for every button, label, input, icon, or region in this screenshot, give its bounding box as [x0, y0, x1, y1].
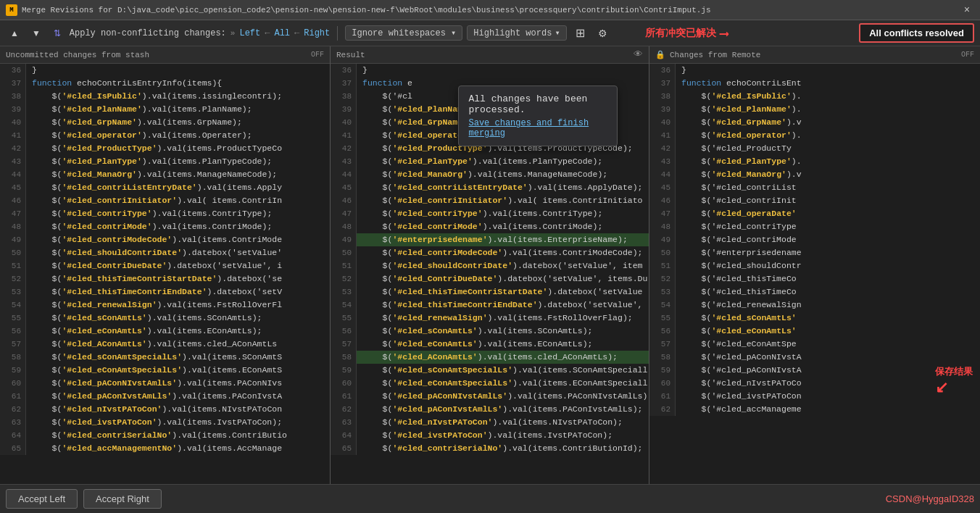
code-line: 50 $('#cled_contriModeCode').val(items.C…	[331, 246, 649, 259]
right-pane-header: 🔒 Changes from Remote OFF	[649, 46, 980, 64]
center-pane: Result 👁 All changes have been processed…	[331, 46, 649, 484]
line-number: 36	[649, 64, 676, 77]
line-content: $('#cled_thisTimeCo	[676, 285, 980, 299]
line-content: $('#cled_pAConIvstAmLls').val(items.PACo…	[26, 390, 330, 403]
right-code-area[interactable]: 36}37function echoContriLsEnt38 $('#cled…	[649, 64, 980, 484]
code-line: 51 $('#cled_shouldContr	[649, 259, 980, 272]
line-number: 37	[331, 77, 357, 90]
code-line: 39 $('#cled_PlanName').	[649, 103, 980, 116]
accept-right-button[interactable]: Accept Right	[83, 489, 162, 509]
line-content: $('#cled_thisTimeCo	[676, 272, 980, 285]
line-number: 53	[0, 285, 26, 299]
line-number: 51	[331, 259, 357, 272]
line-number: 41	[649, 129, 676, 142]
line-number: 38	[649, 90, 676, 103]
line-content: $('#cled_shouldContriDate').datebox('set…	[26, 246, 330, 259]
line-number: 60	[0, 377, 26, 390]
line-content: $('#cled_contriSerialNo').val(items.Cont…	[357, 442, 649, 455]
line-number: 54	[649, 299, 676, 312]
code-line: 45 $('#cled_contriList	[649, 181, 980, 194]
left-pane: Uncommitted changes from stash OFF 36}37…	[0, 46, 331, 484]
line-content: $('#cled_eConAmtSpe	[676, 338, 980, 351]
code-line: 46 $('#cled_contriInit	[649, 194, 980, 207]
left-code-area[interactable]: 36}37function echoContriLsEntryInfo(item…	[0, 64, 330, 484]
code-line: 58 $('#cled_AConAmtLs').val(items.cled_A…	[331, 351, 649, 364]
code-line: 65 $('#cled_contriSerialNo').val(items.C…	[331, 442, 649, 455]
line-number: 40	[0, 116, 26, 129]
code-line: 39 $('#cled_PlanName').val(items.PlanNam…	[0, 103, 330, 116]
line-content: $('#cled_contriType').val(items.ContriTy…	[357, 207, 649, 220]
line-number: 63	[0, 416, 26, 429]
highlight-dropdown[interactable]: Highlight words ▾	[467, 25, 566, 41]
code-line: 51 $('#cled_ContriDueDate').datebox('set…	[0, 259, 330, 272]
line-number: 46	[0, 194, 26, 207]
settings-button[interactable]: ⚙	[594, 25, 612, 41]
line-content: $('#cled_ivstPAToCon	[676, 390, 980, 403]
line-number: 60	[649, 377, 676, 390]
line-content: $('#cled_contriInitiator').val( items.Co…	[26, 194, 330, 207]
line-number: 65	[331, 442, 357, 455]
line-number: 47	[649, 207, 676, 220]
code-line: 60 $('#cled_pAConNIvstAmlLs').val(items.…	[0, 377, 330, 390]
line-content: $('#cled_GrpName').v	[676, 116, 980, 129]
line-content: $('#cled_ProductType').val(items.Product…	[26, 142, 330, 155]
apply-label: Apply non-conflicting changes:	[70, 28, 226, 38]
line-content: $('#cled_contriMode').val(items.ContriMo…	[26, 220, 330, 233]
line-content: $('#cled_thisTimeContriEndDate').datebox…	[357, 299, 649, 312]
line-number: 46	[649, 194, 676, 207]
line-content: $('#cled_contriInitiator').val( items.Co…	[357, 194, 649, 207]
code-line: 45 $('#cled_contriListEntryDate').val(it…	[0, 181, 330, 194]
line-content: $('#cled_contriSerialNo').val(items.Cont…	[26, 429, 330, 442]
code-line: 41 $('#cled_operator').	[649, 129, 980, 142]
close-button[interactable]: ×	[960, 3, 974, 17]
line-number: 61	[331, 390, 357, 403]
line-number: 55	[0, 312, 26, 325]
code-line: 54 $('#cled_renewalSign	[649, 299, 980, 312]
tooltip-title: All changes have been processed.	[469, 93, 607, 115]
line-number: 49	[0, 233, 26, 246]
center-code-area[interactable]: All changes have been processed. Save ch…	[331, 64, 649, 484]
code-line: 64 $('#cled_contriSerialNo').val(items.C…	[0, 429, 330, 442]
code-line: 43 $('#cled_PlanType').val(items.PlanTyp…	[0, 155, 330, 168]
line-content: $('#cled_thisTimeContriStartDate').dateb…	[357, 285, 649, 299]
line-content: $('#cled_eConAmtSpecialLs').val(items.EC…	[357, 377, 649, 390]
line-number: 61	[0, 390, 26, 403]
right-link[interactable]: Right	[304, 28, 330, 38]
left-link[interactable]: Left	[239, 28, 260, 38]
line-number: 54	[331, 299, 357, 312]
line-number: 60	[331, 377, 357, 390]
all-conflicts-resolved-button[interactable]: All conflicts resolved	[859, 23, 974, 43]
apply-button[interactable]: ⇅	[49, 26, 65, 41]
line-content: $('#cled_sConAmtSpecialLs').val(items.SC…	[357, 364, 649, 377]
code-line: 63 $('#cled_nIvstPAToCon').val(items.NIv…	[331, 416, 649, 429]
tooltip-save-link[interactable]: Save changes and finish merging	[469, 118, 607, 138]
whitespace-select[interactable]: Ignore whitespaces ▾	[345, 25, 462, 41]
line-number: 37	[0, 77, 26, 90]
line-number: 44	[649, 168, 676, 181]
down-arrow-button[interactable]: ▼	[28, 26, 45, 41]
line-number: 54	[0, 299, 26, 312]
left-off-badge: OFF	[311, 51, 324, 59]
line-number: 56	[0, 325, 26, 338]
up-arrow-button[interactable]: ▲	[6, 26, 23, 41]
code-line: 55 $('#cled_renewalSign').val(items.FstR…	[331, 312, 649, 325]
line-content: $('#cled_renewalSign').val(items.FstRoll…	[26, 299, 330, 312]
code-line: 52 $('#cled_ContriDueDate').datebox('set…	[331, 272, 649, 285]
line-content: $('#cled_eConAmtLs').val(items.EConAmtLs…	[357, 338, 649, 351]
line-content: $('#cled_nIvstPAToCon').val(items.NIvstP…	[26, 403, 330, 416]
accept-left-button[interactable]: Accept Left	[6, 489, 78, 509]
code-line: 48 $('#cled_contriMode').val(items.Contr…	[0, 220, 330, 233]
line-content: $('#cled_accManagementNo').val(items.Acc…	[26, 442, 330, 455]
code-line: 47 $('#cled_contriType').val(items.Contr…	[0, 207, 330, 220]
line-number: 61	[649, 390, 676, 403]
app-icon: M	[6, 4, 17, 16]
cn-save-annotation: 保存结果 ↙	[935, 365, 973, 397]
code-line: 55 $('#cled_sConAmtLs').val(items.SConAm…	[0, 312, 330, 325]
grid-button[interactable]: ⊞	[571, 24, 589, 42]
line-number: 45	[649, 181, 676, 194]
code-line: 43 $('#cled_PlanType').	[649, 155, 980, 168]
code-line: 43 $('#cled_PlanType').val(items.PlanTyp…	[331, 155, 649, 168]
all-link[interactable]: All	[274, 28, 290, 38]
code-line: 60 $('#cled_nIvstPAToCo	[649, 377, 980, 390]
line-content: $('#cled_contriMode').val(items.ContriMo…	[357, 220, 649, 233]
